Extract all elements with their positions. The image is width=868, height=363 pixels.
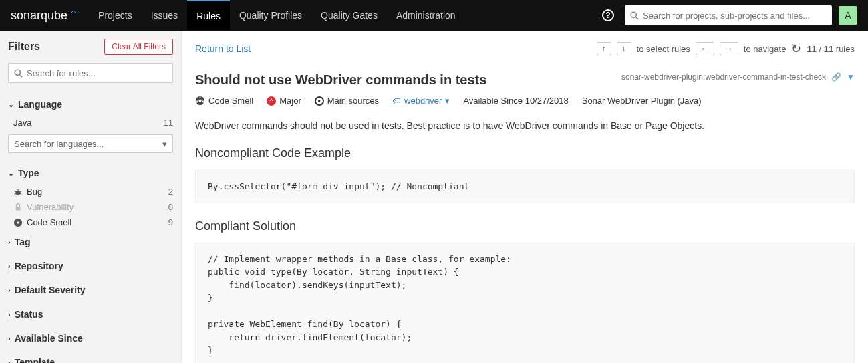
rule-tags[interactable]: 🏷 webdriver ▾ bbox=[392, 96, 450, 106]
facet-available-since[interactable]: ›Available Since bbox=[8, 326, 173, 350]
tags-icon: 🏷 bbox=[392, 96, 401, 106]
chevron-right-icon: › bbox=[8, 286, 11, 294]
rule-type: Code Smell bbox=[195, 96, 253, 106]
rule-scope: ● Main sources bbox=[315, 96, 379, 106]
noncompliant-title: Noncompliant Code Example bbox=[195, 146, 855, 160]
svg-line-3 bbox=[20, 74, 23, 77]
language-search-select[interactable]: Search for languages... ▾ bbox=[8, 134, 173, 153]
logo-wave-icon: 〰 bbox=[69, 7, 78, 17]
svg-point-4 bbox=[16, 190, 21, 195]
sidebar: Filters Clear All Filters ⌄ Language Jav… bbox=[0, 31, 182, 363]
search-icon bbox=[630, 11, 639, 20]
target-icon: ● bbox=[315, 96, 324, 106]
rule-severity: ^ Major bbox=[267, 96, 301, 106]
bug-icon bbox=[13, 187, 23, 197]
nav-item-projects[interactable]: Projects bbox=[89, 0, 142, 31]
code-smell-icon bbox=[195, 96, 205, 106]
main-panel: Return to List ↑ ↓ to select rules ← → t… bbox=[182, 31, 868, 363]
major-icon: ^ bbox=[267, 96, 276, 106]
chevron-right-icon: › bbox=[8, 310, 11, 318]
svg-rect-11 bbox=[16, 207, 21, 210]
search-icon bbox=[14, 69, 23, 78]
svg-line-7 bbox=[15, 193, 17, 194]
filter-icon[interactable]: ▼ bbox=[847, 72, 855, 82]
chevron-down-icon: ▾ bbox=[162, 139, 167, 149]
avatar[interactable]: A bbox=[839, 6, 857, 25]
nav-item-issues[interactable]: Issues bbox=[142, 0, 187, 31]
facet-item-java[interactable]: Java 11 bbox=[8, 115, 173, 130]
nav-item-rules[interactable]: Rules bbox=[187, 0, 230, 30]
nav-item-quality-profiles[interactable]: Quality Profiles bbox=[230, 0, 311, 31]
key-right[interactable]: → bbox=[720, 42, 738, 55]
svg-point-13 bbox=[17, 221, 19, 224]
rule-description: WebDriver commands should not be used in… bbox=[195, 119, 855, 133]
rule-search-input[interactable] bbox=[27, 68, 167, 78]
facet-type[interactable]: ⌄ Type bbox=[8, 162, 173, 184]
svg-line-6 bbox=[20, 191, 22, 192]
noncompliant-code: By.cssSelector("#form div input"); // No… bbox=[195, 170, 855, 203]
rule-search[interactable] bbox=[8, 63, 173, 83]
vulnerability-icon bbox=[13, 203, 23, 212]
global-search[interactable] bbox=[625, 5, 832, 25]
nav-hints: ↑ ↓ to select rules ← → to navigate ↻ 11… bbox=[597, 41, 855, 56]
key-left[interactable]: ← bbox=[696, 42, 714, 55]
logo-text-b: qube bbox=[41, 9, 67, 23]
type-item-bug[interactable]: Bug2 bbox=[8, 184, 173, 199]
nav-item-administration[interactable]: Administration bbox=[387, 0, 465, 31]
nav-item-quality-gates[interactable]: Quality Gates bbox=[311, 0, 387, 31]
rule-available-since: Available Since 10/27/2018 bbox=[463, 96, 568, 106]
chevron-right-icon: › bbox=[8, 262, 11, 270]
facet-label: Language bbox=[18, 99, 62, 110]
svg-line-10 bbox=[19, 189, 19, 190]
facet-label: Type bbox=[18, 168, 39, 178]
facet-default-severity[interactable]: ›Default Severity bbox=[8, 278, 173, 302]
chevron-right-icon: › bbox=[8, 358, 11, 363]
svg-point-0 bbox=[631, 12, 636, 17]
svg-line-5 bbox=[15, 191, 17, 192]
type-item-vulnerability[interactable]: Vulnerability0 bbox=[8, 199, 173, 215]
facet-status[interactable]: ›Status bbox=[8, 302, 173, 326]
rule-key: sonar-webdriver-plugin:webdriver-command… bbox=[621, 72, 826, 82]
svg-point-15 bbox=[198, 99, 201, 102]
chevron-down-icon: ▾ bbox=[445, 96, 450, 106]
clear-filters-button[interactable]: Clear All Filters bbox=[104, 39, 173, 55]
top-nav: sonarqube〰 ProjectsIssuesRulesQuality Pr… bbox=[0, 0, 868, 31]
link-icon[interactable]: 🔗 bbox=[831, 72, 841, 82]
type-item-code-smell[interactable]: Code Smell9 bbox=[8, 215, 173, 230]
svg-line-1 bbox=[636, 17, 639, 19]
chevron-down-icon: ⌄ bbox=[8, 100, 14, 109]
global-search-input[interactable] bbox=[643, 11, 827, 21]
rule-meta: Code Smell ^ Major ● Main sources 🏷 webd… bbox=[195, 96, 855, 106]
help-icon[interactable]: ? bbox=[602, 9, 614, 21]
key-up[interactable]: ↑ bbox=[597, 42, 611, 55]
svg-point-2 bbox=[15, 70, 20, 75]
logo-text-a: sonar bbox=[11, 9, 41, 23]
compliant-title: Compliant Solution bbox=[195, 219, 855, 233]
rule-count: 11 / 11 rules bbox=[807, 44, 855, 54]
chevron-down-icon: ⌄ bbox=[8, 169, 14, 178]
chevron-right-icon: › bbox=[8, 334, 11, 342]
svg-line-9 bbox=[17, 189, 17, 190]
chevron-right-icon: › bbox=[8, 238, 11, 246]
logo[interactable]: sonarqube〰 bbox=[11, 9, 78, 23]
key-down[interactable]: ↓ bbox=[617, 42, 631, 55]
nav-items: ProjectsIssuesRulesQuality ProfilesQuali… bbox=[89, 0, 465, 31]
code-smell-icon bbox=[13, 218, 23, 227]
facet-language[interactable]: ⌄ Language bbox=[8, 94, 173, 115]
facet-repository[interactable]: ›Repository bbox=[8, 254, 173, 278]
compliant-code: // Implement wrapper methods in a Base c… bbox=[195, 243, 855, 364]
svg-line-8 bbox=[20, 193, 22, 194]
rule-title: Should not use WebDriver commands in tes… bbox=[195, 72, 486, 88]
facet-tag[interactable]: ›Tag bbox=[8, 230, 173, 254]
reload-icon[interactable]: ↻ bbox=[791, 41, 801, 56]
facet-template[interactable]: ›Template bbox=[8, 350, 173, 363]
return-to-list-link[interactable]: Return to List bbox=[195, 43, 251, 54]
rule-repository: Sonar WebDriver Plugin (Java) bbox=[582, 96, 702, 106]
filters-title: Filters bbox=[8, 41, 40, 53]
